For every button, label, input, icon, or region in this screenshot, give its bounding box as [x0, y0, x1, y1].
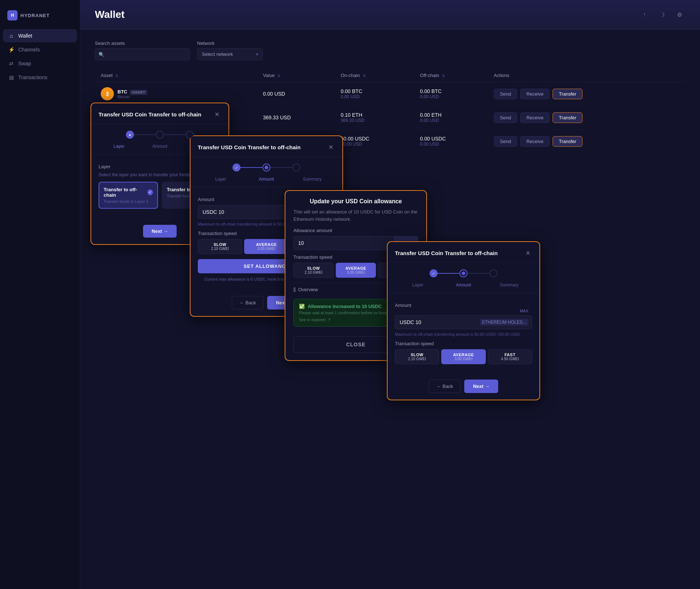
usdc-transfer-button[interactable]: Transfer: [553, 136, 582, 147]
dialog4-step-label-amount: Amount: [441, 282, 486, 288]
dialog2-back-button[interactable]: ← Back: [232, 296, 264, 309]
dialog4-footer: ← Back Next →: [388, 374, 539, 400]
swap-nav-icon: ⇄: [8, 61, 15, 66]
search-input-wrapper: 🔍: [95, 48, 190, 60]
sort-icon-onchain: ⇅: [363, 74, 366, 78]
btc-offchain-primary: 0.00 BTC: [420, 88, 482, 94]
step-label-amount: Amount: [139, 144, 180, 149]
sort-icon-offchain: ⇅: [442, 74, 445, 78]
speed-avg-name: AVERAGE: [247, 242, 286, 247]
sidebar-item-swap[interactable]: ⇄ Swap: [3, 57, 77, 70]
d3-speed-avg-val: 3.00 GWEI: [338, 270, 373, 274]
layer-option-offchain-sub: Transfer funds to Layer 2: [104, 199, 153, 204]
dialog4-amount-hint: Maximum to off-chain transferring amount…: [395, 332, 532, 336]
step-layer: ●: [126, 131, 134, 139]
network-select[interactable]: Select network: [197, 48, 263, 60]
step-line-1: [134, 134, 156, 135]
page-header: Wallet ↑ ☽ ⚙: [80, 0, 700, 30]
search-input[interactable]: [95, 48, 190, 60]
sidebar-item-transactions[interactable]: ▤ Transactions: [3, 71, 77, 84]
dialog2-header: Transfer USD Coin Transfer to off-chain …: [191, 136, 342, 157]
sidebar-nav: ⌂ Wallet ⚡ Channels ⇄ Swap ▤ Transaction…: [0, 29, 80, 84]
dialog4-speed-label: Transaction speed: [395, 341, 532, 346]
dialog4-step-layer: ✓: [430, 269, 438, 277]
dialog4-speed-slow[interactable]: SLOW 2.10 GWEI: [395, 349, 439, 364]
eth-transfer-button[interactable]: Transfer: [553, 112, 582, 123]
dialog4-speed-average[interactable]: AVERAGE 3.00 GWEI: [441, 349, 485, 364]
dialog4-speed-buttons: SLOW 2.10 GWEI AVERAGE 3.00 GWEI FAST 4.…: [395, 349, 532, 364]
logo-icon: H: [7, 10, 18, 20]
btc-send-button[interactable]: Send: [494, 89, 517, 99]
overview-label: ₿ Overview: [293, 287, 318, 292]
btc-subname: Bitcoin: [118, 95, 147, 99]
usdc-receive-button[interactable]: Receive: [520, 136, 550, 147]
col-offchain: Off-chain ⇅: [414, 69, 488, 82]
settings-icon[interactable]: ⚙: [674, 9, 685, 20]
step-summary: [186, 131, 194, 139]
dialog1-next-button[interactable]: Next →: [143, 225, 177, 238]
usdc-actions: Send Receive Transfer: [494, 136, 680, 147]
eth-onchain-primary: 0.10 ETH: [341, 112, 408, 118]
sidebar: H HYDRANET ⌂ Wallet ⚡ Channels ⇄ Swap ▤ …: [0, 0, 80, 589]
eth-send-button[interactable]: Send: [494, 112, 517, 123]
dialog4-header: Transfer USD Coin Transfer to off-chain …: [388, 242, 539, 263]
main-content: Wallet ↑ ☽ ⚙ Search assets 🔍 Network: [80, 0, 700, 589]
eth-offchain-primary: 0.00 ETH: [420, 112, 482, 118]
dialog2-close-button[interactable]: ✕: [326, 143, 335, 151]
btc-transfer-button[interactable]: Transfer: [553, 89, 582, 99]
dialog2-step-layer: ✓: [232, 163, 241, 172]
col-value: Value ⇅: [257, 69, 335, 82]
dialog3-title: Update your USD Coin allowance: [293, 198, 418, 205]
eth-receive-button[interactable]: Receive: [520, 112, 550, 123]
asset-info-btc: ₿ BTC SIGNET Bitcoin: [101, 87, 251, 100]
dialog4-title: Transfer USD Coin Transfer to off-chain: [395, 250, 498, 256]
dialog2-step-amount: [262, 163, 270, 172]
layer-option-offchain-title: Transfer to off-chain ✓: [104, 187, 153, 198]
step-line-2: [164, 134, 186, 135]
layer-option-offchain[interactable]: Transfer to off-chain ✓ Transfer funds t…: [99, 182, 158, 209]
dialog2-speed-slow[interactable]: SLOW 2.10 GWEI: [198, 239, 242, 254]
upload-icon[interactable]: ↑: [639, 9, 650, 20]
dialog1-close-button[interactable]: ✕: [212, 110, 221, 119]
dialog4-step-line-1: [438, 273, 459, 274]
dialog3-allowance-input[interactable]: [293, 236, 394, 250]
sidebar-label-transactions: Transactions: [18, 74, 47, 80]
dialog4-divider: [388, 293, 539, 293]
sidebar-label-swap: Swap: [18, 61, 31, 66]
wallet-nav-icon: ⌂: [8, 33, 15, 39]
d4-speed-slow-val: 2.10 GWEI: [397, 357, 436, 361]
dialog2-step-line-2: [270, 167, 292, 168]
btc-onchain-primary: 0.00 BTC: [341, 88, 408, 94]
dialog4-next-button[interactable]: Next →: [464, 380, 498, 393]
sidebar-item-wallet[interactable]: ⌂ Wallet: [3, 29, 77, 42]
dialog3-speed-slow[interactable]: SLOW 2.10 GWEI: [293, 263, 334, 278]
dialog2-speed-average[interactable]: AVERAGE 3.00 GWEI: [244, 239, 288, 254]
d3-speed-slow-name: SLOW: [296, 266, 331, 270]
dialog4-close-button[interactable]: ✕: [523, 249, 532, 257]
d4-speed-slow-name: SLOW: [397, 353, 436, 357]
dialog2-step-label-summary: Summary: [289, 177, 335, 182]
dialog4-back-button[interactable]: ← Back: [429, 380, 461, 393]
dialog4-step-label-summary: Summary: [486, 282, 532, 288]
dialog2-step-label-layer: Layer: [198, 177, 243, 182]
moon-icon[interactable]: ☽: [656, 9, 668, 20]
sidebar-logo: H HYDRANET: [0, 6, 80, 29]
dialog4-speed-fast[interactable]: FAST 4.50 GWEI: [488, 349, 532, 364]
speed-slow-val: 2.10 GWEI: [200, 247, 239, 251]
btc-value: 0.00 USD: [263, 91, 329, 97]
sidebar-item-channels[interactable]: ⚡ Channels: [3, 43, 77, 56]
usdc-send-button[interactable]: Send: [494, 136, 517, 147]
dialog4-step-line-2: [468, 273, 489, 274]
dialog3-speed-average[interactable]: AVERAGE 3.00 GWEI: [336, 263, 376, 278]
network-group: Network Select network ▼: [197, 41, 263, 60]
usdc-offchain-primary: 0.00 USDC: [420, 136, 482, 142]
dialog2-step-line-1: [241, 167, 262, 168]
dialog4-step-labels: Layer Amount Summary: [388, 280, 539, 293]
dialog4-step-label-layer: Layer: [395, 282, 441, 288]
dialog3-allowance-label: Allowance amount: [293, 228, 418, 233]
d4-speed-fast-name: FAST: [491, 353, 530, 357]
transactions-nav-icon: ▤: [8, 74, 15, 80]
btc-receive-button[interactable]: Receive: [520, 89, 550, 99]
eth-value: 369.33 USD: [263, 115, 329, 120]
eth-offchain-secondary: 0.00 USD: [420, 118, 482, 123]
